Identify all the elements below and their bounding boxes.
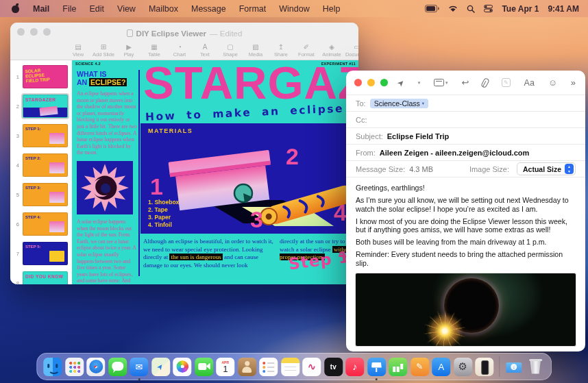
mail-close-button[interactable]	[354, 79, 362, 86]
toolbar-overflow-button[interactable]: »	[571, 77, 576, 88]
emoji-button[interactable]: ☺	[548, 77, 557, 88]
menu-format[interactable]: Format	[239, 4, 267, 14]
battery-icon[interactable]	[425, 5, 439, 12]
menu-window[interactable]: Window	[279, 4, 309, 14]
slide-corner-left: SCIENCE 4.2	[75, 62, 101, 66]
toolbar-share-button[interactable]: ↥Share	[272, 43, 290, 58]
toolbar-document-button[interactable]: ▭Document	[348, 43, 358, 58]
slide-thumbnail-4[interactable]: 4 STEP 2:	[12, 152, 69, 178]
markup-icon: ✎	[502, 78, 511, 87]
slide-thumbnail-5[interactable]: 5 STEP 3:	[12, 182, 69, 208]
from-field[interactable]: From: Aileen Zeigen - aileen.zeigen@iclo…	[346, 144, 585, 160]
slide-thumbnail-1[interactable]: 1 SOLAR ECLIPSE FIELD TRIP	[12, 64, 69, 90]
menubar-time[interactable]: 9:41 AM	[548, 4, 579, 14]
apple-menu-icon[interactable]	[11, 4, 20, 13]
slide-thumbnail-2-selected[interactable]: 2 STARGAZER	[12, 93, 69, 119]
menu-mailbox[interactable]: Mailbox	[149, 4, 178, 14]
dock-keynote-icon[interactable]	[367, 358, 386, 376]
toolbar-animate-button[interactable]: ◈Animate	[323, 43, 341, 58]
format-button[interactable]: Aa	[524, 78, 535, 88]
dock-appletv-icon[interactable]: tv	[324, 358, 343, 376]
slide-title: STARGAZER	[143, 60, 358, 109]
dock-freeform-icon[interactable]: ∿	[302, 358, 321, 376]
keynote-titlebar[interactable]: DIY Eclipse Viewer — Edited	[10, 23, 358, 40]
dock-appstore-icon[interactable]: A	[432, 358, 450, 376]
control-center-icon[interactable]	[484, 5, 493, 12]
dock-pages-icon[interactable]: ✎	[411, 358, 429, 376]
keynote-close-button[interactable]	[17, 28, 25, 36]
dock-photos-icon[interactable]	[173, 358, 191, 376]
subject-field[interactable]: Subject: Eclipse Field Trip	[346, 127, 585, 144]
dock-mail-icon[interactable]: ✉	[130, 358, 148, 376]
slide-thumbnail-6[interactable]: 6 STEP 4:	[12, 211, 69, 237]
mail-toolbar[interactable]: ➤ ▾ ▾ ↩ ✎ Aa ☺ »	[346, 71, 585, 95]
recipient-token[interactable]: Science-Class▾	[370, 99, 428, 108]
edited-badge: — Edited	[210, 29, 242, 38]
send-button[interactable]: ➤	[397, 78, 404, 88]
materials-item-2: 2. Tape	[148, 206, 179, 214]
menu-message[interactable]: Message	[191, 4, 226, 14]
menu-file[interactable]: File	[62, 4, 76, 14]
to-field[interactable]: To: Science-Class▾	[346, 95, 585, 111]
slide-thumbnail-7[interactable]: 7 STEP 5:	[12, 240, 69, 267]
dock-facetime-icon[interactable]	[195, 358, 213, 376]
dock-calendar-icon[interactable]: APR1	[216, 358, 234, 376]
dock-iphone-mirroring-icon[interactable]	[475, 358, 493, 376]
menu-app-name[interactable]: Mail	[33, 4, 49, 14]
toolbar-shape-button[interactable]: ▢Shape	[221, 43, 239, 58]
dock-settings-icon[interactable]: ⚙	[454, 358, 472, 376]
dock-reminders-icon[interactable]	[259, 358, 278, 376]
slide-paragraph-2: A solar eclipse happens when the moon bl…	[77, 219, 137, 284]
toolbar-media-button[interactable]: ▧Media	[247, 43, 265, 58]
dock-trash-icon[interactable]	[526, 358, 545, 376]
dock-music-icon[interactable]: ♪	[345, 358, 364, 376]
toolbar-view-button[interactable]: ▤View	[69, 43, 87, 58]
dock-maps-icon[interactable]: ➤	[151, 358, 170, 376]
mail-zoom-button[interactable]	[380, 79, 388, 86]
send-options-chevron[interactable]: ▾	[418, 80, 421, 86]
document-sidebar-icon: ▭	[354, 43, 358, 51]
menu-edit[interactable]: Edit	[89, 4, 104, 14]
dock-finder-icon[interactable]	[43, 358, 62, 376]
toolbar-table-button[interactable]: ▦Table	[145, 43, 163, 58]
dock-notes-icon[interactable]	[281, 358, 299, 376]
toolbar-text-button[interactable]: AText	[196, 43, 214, 58]
header-fields-button[interactable]: ▾	[434, 79, 448, 86]
menu-view[interactable]: View	[117, 4, 136, 14]
keynote-zoom-button[interactable]	[43, 28, 51, 36]
svg-text:2: 2	[286, 143, 299, 169]
toolbar-chart-button[interactable]: ◔Chart	[171, 43, 188, 58]
toolbar-play-button[interactable]: ▶Play	[120, 43, 138, 58]
slide-left-column: WHAT IS AN ECLIPSE? An eclipse happens w…	[77, 70, 137, 284]
dock-downloads-folder-icon[interactable]	[504, 358, 523, 376]
message-size-value: 4.3 MB	[409, 165, 433, 173]
cc-field[interactable]: Cc:	[346, 111, 585, 127]
toolbar-add-slide-button[interactable]: ⊞Add Slide	[95, 43, 112, 58]
slide-thumbnail-3[interactable]: 3 STEP 1:	[12, 123, 69, 149]
keynote-window: DIY Eclipse Viewer — Edited ▤View ⊞Add S…	[10, 23, 358, 284]
dock-numbers-icon[interactable]	[389, 358, 407, 376]
dock-messages-icon[interactable]	[108, 358, 127, 376]
menubar-date[interactable]: Tue Apr 1	[502, 4, 539, 14]
dock-safari-icon[interactable]	[86, 358, 105, 376]
keynote-minimize-button[interactable]	[30, 28, 38, 36]
toolbar-format-button[interactable]: ✐Format	[297, 43, 315, 58]
menu-help[interactable]: Help	[323, 4, 341, 14]
mail-minimize-button[interactable]	[367, 79, 375, 86]
dock: ✉ ➤ APR1 ∿ tv ♪ ✎ A ⚙	[36, 353, 552, 380]
slide-thumbnail-8[interactable]: 8 DID YOU KNOW	[12, 270, 69, 284]
dock-launchpad-icon[interactable]	[65, 358, 84, 376]
eclipse-photo-attachment[interactable]	[355, 273, 576, 347]
slide-bottom-text-left: Although an eclipse is beautiful, in ord…	[143, 238, 275, 269]
dock-contacts-icon[interactable]	[238, 358, 256, 376]
size-row: Message Size:4.3 MB Image Size: Actual S…	[346, 160, 585, 177]
markup-button[interactable]: ✎	[502, 78, 511, 87]
image-size-select[interactable]: Actual Size ▲▼	[517, 162, 576, 175]
undo-button[interactable]: ↩	[461, 77, 469, 88]
desktop: Mail File Edit View Mailbox Message Form…	[0, 0, 588, 383]
wifi-icon[interactable]	[448, 5, 458, 12]
search-icon[interactable]	[467, 5, 475, 13]
slide-canvas[interactable]: SCIENCE 4.2 EXPERIMENT #11 WHAT IS AN EC…	[72, 60, 358, 284]
attach-button[interactable]	[482, 78, 488, 88]
animate-icon: ◈	[329, 43, 334, 51]
